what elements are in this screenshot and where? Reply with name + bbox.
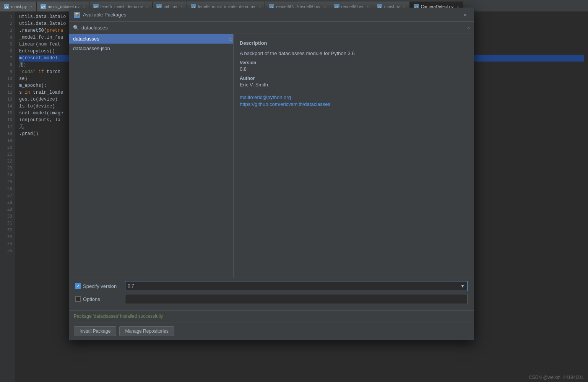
- status-message: Package 'dataclasses' installed successf…: [74, 314, 163, 319]
- mailto-link[interactable]: mailto:eric@python.org: [240, 94, 465, 100]
- description-section-title: Description: [240, 40, 465, 46]
- github-link[interactable]: https://github.com/ericvsmith/dataclasse…: [240, 101, 465, 107]
- tab-icon-1: py: [4, 4, 9, 9]
- version-select-value: 0.7: [128, 283, 134, 289]
- refresh-button[interactable]: ↻: [226, 35, 235, 44]
- options-checkbox-wrapper: Options: [75, 296, 121, 302]
- dialog-close-button[interactable]: ×: [461, 11, 469, 19]
- specify-version-label: Specify version: [83, 283, 121, 289]
- package-item-dataclasses[interactable]: dataclasses: [69, 34, 233, 44]
- search-icon: 🔍: [73, 25, 79, 31]
- version-value: 0.8: [240, 66, 465, 72]
- description-scrollbar[interactable]: [471, 34, 474, 278]
- package-item-dataclasses-json[interactable]: dataclasses-json: [69, 44, 233, 53]
- search-clear-button[interactable]: ×: [467, 25, 470, 31]
- specify-version-checkbox[interactable]: [75, 283, 81, 289]
- options-input[interactable]: [125, 294, 468, 304]
- credits: CSDN @weixin_44194001: [524, 373, 588, 382]
- available-packages-dialog: 📦 Available Packages × 🔍 × dataclasses d…: [69, 8, 474, 340]
- package-name-dataclasses-json: dataclasses-json: [73, 46, 110, 51]
- tab-label-1: mnist.py: [11, 4, 27, 9]
- search-input[interactable]: [81, 25, 465, 31]
- version-select-dropdown[interactable]: 0.7 ▼: [125, 281, 468, 291]
- options-label: Options: [83, 296, 121, 302]
- tab-close-1[interactable]: ×: [30, 5, 32, 9]
- manage-repositories-button[interactable]: Manage Repositories: [119, 326, 174, 336]
- specify-version-row: Specify version 0.7 ▼: [75, 281, 468, 291]
- options-checkbox[interactable]: [75, 296, 81, 302]
- version-label: Version: [240, 60, 465, 65]
- package-list-panel: dataclasses dataclasses-json: [69, 34, 234, 278]
- description-summary: A backport of the dataclasses module for…: [240, 50, 465, 56]
- author-label: Author: [240, 76, 465, 81]
- options-row: Options: [75, 294, 468, 304]
- install-package-button[interactable]: Install Package: [74, 326, 116, 336]
- dialog-main: dataclasses dataclasses-json ↻ Descripti…: [69, 34, 474, 278]
- line-numbers: 12345 678910 1112131415 1617181920 21222…: [0, 11, 15, 382]
- dialog-title-group: 📦 Available Packages: [74, 12, 126, 18]
- version-options-section: Specify version 0.7 ▼ Options: [69, 278, 474, 310]
- version-dropdown-arrow: ▼: [460, 283, 465, 289]
- dialog-title-icon: 📦: [74, 12, 80, 18]
- dialog-body: 🔍 × dataclasses dataclasses-json ↻: [69, 22, 474, 340]
- tab-mnist-py-1[interactable]: py mnist.py ×: [0, 2, 37, 11]
- author-value: Eric V. Smith: [240, 82, 465, 88]
- tab-icon-2: py: [41, 4, 46, 9]
- dialog-titlebar: 📦 Available Packages ×: [69, 8, 474, 22]
- bottom-controls: Install Package Manage Repositories: [69, 322, 474, 340]
- dialog-title: Available Packages: [83, 12, 126, 18]
- package-name-dataclasses: dataclasses: [73, 36, 99, 42]
- search-bar: 🔍 ×: [69, 22, 474, 34]
- specify-version-checkbox-wrapper: Specify version: [75, 283, 121, 289]
- package-list: dataclasses dataclasses-json: [69, 34, 233, 278]
- status-bar: Package 'dataclasses' installed successf…: [69, 310, 474, 322]
- description-panel: Description A backport of the dataclasse…: [234, 34, 471, 278]
